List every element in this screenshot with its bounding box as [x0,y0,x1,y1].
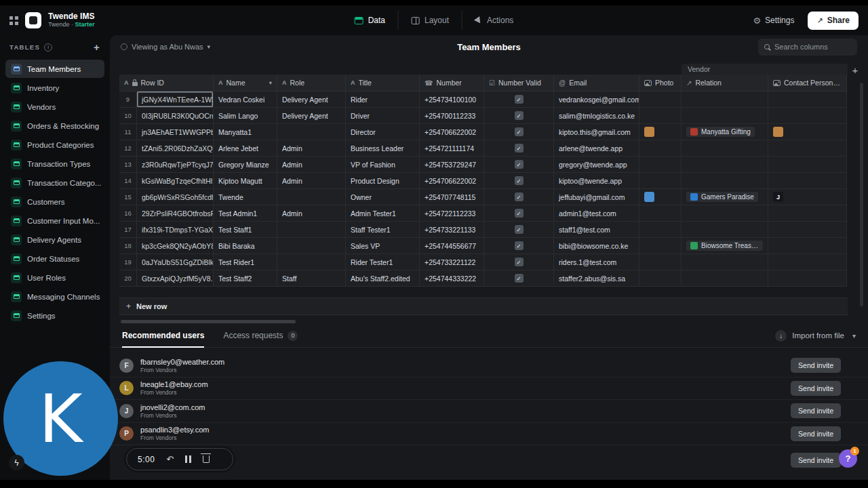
cell-photo[interactable] [639,189,682,205]
cell-contact-person-image[interactable] [768,108,847,124]
cell-row-id[interactable]: jn3AEhAET1WWGPPbE [137,124,214,140]
cell-relation[interactable] [682,270,768,287]
cell-title[interactable]: Rider [346,92,420,108]
sidebar-item-inventory[interactable]: Inventory [5,79,104,97]
tables-info-icon[interactable]: i [44,43,52,52]
cell-number-valid[interactable]: ✓ [484,140,554,157]
cell-photo[interactable] [639,108,682,124]
help-button[interactable]: ? 1 [839,449,857,468]
cell-name[interactable]: Bibi Baraka [214,238,277,254]
cell-number-valid[interactable]: ✓ [484,92,554,108]
nav-tab-layout[interactable]: Layout [398,11,462,30]
cell-number[interactable]: +254753729247 [420,157,484,173]
cell-number-valid[interactable]: ✓ [484,270,554,287]
cell-row-id[interactable]: z3R0uRqwTjePTcyqJ7 [137,157,214,173]
cell-role[interactable] [277,189,346,205]
tab-access-requests[interactable]: Access requests 0 [223,324,298,347]
add-table-button[interactable]: + [94,42,100,52]
cell-name[interactable]: Vedran Coskei [214,92,277,108]
column-header-name[interactable]: AName▾ [214,75,277,92]
sidebar-item-delivery-agents[interactable]: Delivery Agents [5,230,104,249]
cell-number[interactable]: +254706622002 [420,173,484,189]
sidebar-item-customers[interactable]: Customers [5,192,104,211]
cell-relation[interactable]: Manyatta Gifting [682,124,768,140]
cell-photo[interactable] [639,124,682,140]
cell-relation[interactable] [682,254,768,270]
cell-title[interactable]: Admin Tester1 [346,205,420,222]
cell-row-id[interactable]: 0aJYaUbS51GgZDiBlke [137,254,214,270]
new-row-button[interactable]: + New row [119,298,848,315]
row-number[interactable]: 9 [119,92,137,108]
row-number[interactable]: 12 [119,140,137,157]
cell-number[interactable]: +254707748115 [420,189,484,205]
app-switcher-icon[interactable] [9,16,18,25]
cell-number[interactable]: +254734100100 [420,92,484,108]
search-input[interactable] [774,43,851,51]
cell-contact-person-image[interactable] [768,270,847,287]
sidebar-item-transaction-catego[interactable]: Transaction Catego... [5,174,104,192]
cell-number[interactable]: +254721111174 [420,140,484,157]
checkbox-checked-icon[interactable]: ✓ [515,144,524,152]
column-header-number[interactable]: ☎Number [420,75,484,92]
flash-overlay-button[interactable]: ϟ [9,455,24,470]
cell-relation[interactable] [682,173,768,189]
checkbox-checked-icon[interactable]: ✓ [515,176,524,185]
cell-number-valid[interactable]: ✓ [484,124,554,140]
cell-number-valid[interactable]: ✓ [484,157,554,173]
relation-chip[interactable]: Gamers Paradise [686,192,758,202]
row-number[interactable]: 15 [119,189,137,205]
cell-email[interactable]: bibi@biowsome.co.ke [554,238,639,254]
checkbox-checked-icon[interactable]: ✓ [515,225,524,234]
undo-icon[interactable]: ↶ [166,455,174,464]
cell-relation[interactable] [682,205,768,222]
pause-icon[interactable] [185,455,191,463]
cell-email[interactable]: salim@tmlogistics.co.ke [554,108,639,124]
cell-photo[interactable] [639,157,682,173]
cell-contact-person-image[interactable] [768,222,847,238]
cell-role[interactable] [277,124,346,140]
cell-role[interactable]: Staff [277,270,346,287]
import-from-file-button[interactable]: ↓ Import from file [775,330,844,342]
cell-contact-person-image[interactable]: J [768,189,847,205]
viewing-as-selector[interactable]: Viewing as Abu Nwas ▾ [121,43,210,51]
cell-title[interactable]: Director [346,124,420,140]
cell-name[interactable]: Kiptoo Magutt [214,173,277,189]
share-button[interactable]: ↗ Share [808,12,859,30]
cell-contact-person-image[interactable] [768,173,847,189]
cell-row-id[interactable]: tZAni5.2R06DzhZaXQt [137,140,214,157]
cell-number-valid[interactable]: ✓ [484,173,554,189]
cell-email[interactable]: arlene@twende.app [554,140,639,157]
contact-avatar[interactable]: J [773,192,783,202]
cell-name[interactable]: Test Rider1 [214,254,277,270]
cell-number[interactable]: +254722112233 [420,205,484,222]
cell-name[interactable]: Salim Lango [214,108,277,124]
cell-number-valid[interactable]: ✓ [484,222,554,238]
add-column-button[interactable]: + [849,64,861,76]
cell-number[interactable]: +254706622002 [420,124,484,140]
contact-thumbnail[interactable] [773,127,783,137]
cell-photo[interactable] [639,270,682,287]
cell-row-id[interactable]: ifx319i-TDmpsT-YGaX. [137,222,214,238]
cell-name[interactable]: Test Admin1 [214,205,277,222]
cell-email[interactable]: gregory@twende.app [554,157,639,173]
photo-thumbnail[interactable] [644,192,654,202]
row-number[interactable]: 17 [119,222,137,238]
send-invite-button[interactable]: Send invite [791,381,841,396]
cell-number[interactable]: +254744333222 [420,270,484,287]
cell-email[interactable]: jeffubayi@gmail.com [554,189,639,205]
cell-email[interactable]: vedrankosgei@gmail.com [554,92,639,108]
cell-title[interactable]: Rider Tester1 [346,254,420,270]
cell-contact-person-image[interactable] [768,157,847,173]
sidebar-item-messaging-channels[interactable]: Messaging Channels [5,287,104,306]
checkbox-checked-icon[interactable]: ✓ [515,274,524,283]
cell-email[interactable]: staff1@test.com [554,222,639,238]
cell-number-valid[interactable]: ✓ [484,238,554,254]
row-number[interactable]: 20 [119,270,137,287]
cell-number[interactable]: +254700112233 [420,108,484,124]
cell-relation[interactable] [682,157,768,173]
cell-relation[interactable]: Biowsome Treasures [682,238,768,254]
row-number[interactable]: 11 [119,124,137,140]
cell-role[interactable]: Delivery Agent [277,92,346,108]
cell-title[interactable]: VP of Fashion [346,157,420,173]
cell-relation[interactable] [682,140,768,157]
